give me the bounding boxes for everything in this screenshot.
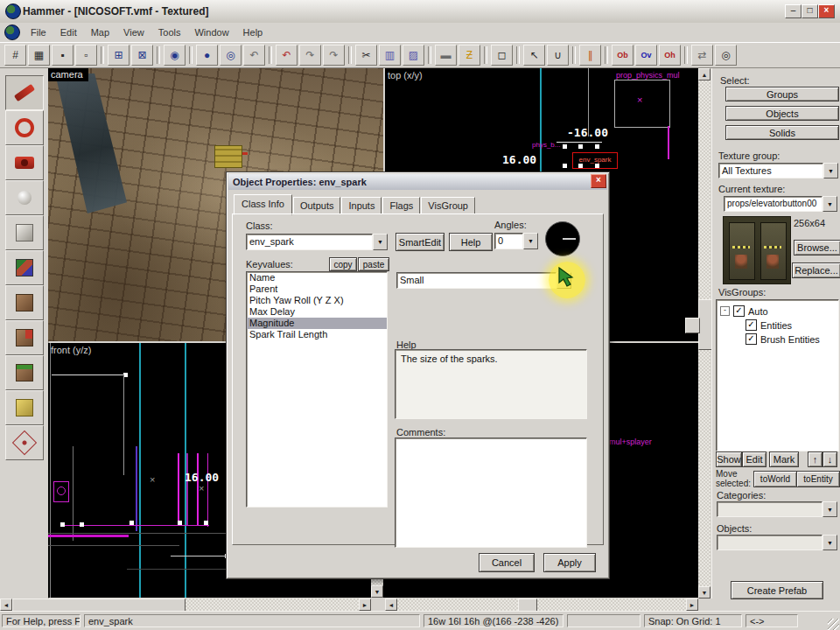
browse-button[interactable]: Browse... [794,240,840,256]
copy-keyvalues-button[interactable]: copy [329,257,357,271]
texture-preview[interactable] [723,216,791,284]
visgroup-row[interactable]: - ✓ Auto [720,305,768,317]
scroll-down-icon[interactable]: ▼ [371,585,383,598]
scroll-right-icon[interactable]: ► [359,598,371,611]
origin-tool-icon[interactable]: ◎ [715,45,737,66]
undo-icon[interactable]: ↶ [276,45,298,66]
vertex-handle[interactable] [60,522,65,527]
keyvalue-item[interactable]: Name [247,272,387,284]
checkbox-checked-icon[interactable]: ✓ [733,305,745,317]
vertex-handle[interactable] [80,522,84,527]
env-spark-model[interactable] [214,145,242,168]
magnify-tool-button[interactable] [5,110,44,145]
cancel-button[interactable]: Cancel [479,553,535,572]
texture-lock-icon[interactable]: ∪ [547,45,569,66]
clipping-tool-button[interactable] [5,355,44,390]
scroll-up-icon[interactable]: ▲ [698,68,710,80]
paste-icon[interactable]: ▨ [402,45,424,66]
visgroup-edit-button[interactable]: Edit [742,452,766,467]
angle-dial[interactable] [545,221,580,256]
angles-dropdown[interactable]: 0 ▼ [494,233,538,249]
maximize-button[interactable]: □ [802,4,818,18]
block-tool-button[interactable] [5,215,44,250]
run-map-rad-icon[interactable]: Oh [659,45,681,66]
front-horizontal-scrollbar[interactable]: ◄ ► [0,598,371,611]
selection-tool-button[interactable] [5,75,44,110]
select-groups-button[interactable]: Groups [725,87,839,102]
flip-selection-icon[interactable]: ↶ [243,45,265,66]
checkbox-checked-icon[interactable]: ✓ [746,319,757,331]
cut-icon[interactable]: ✂ [355,45,377,66]
to-world-button[interactable]: toWorld [753,471,797,487]
select-solids-button[interactable]: Solids [725,125,839,140]
menu-tools[interactable]: Tools [151,24,188,40]
keyvalue-item[interactable]: Pitch Yaw Roll (Y Z X) [247,295,387,306]
scrollbar-thumb[interactable] [698,299,712,350]
smartedit-button[interactable]: SmartEdit [396,233,444,251]
vertex-handle[interactable] [178,521,182,525]
group-icon[interactable]: ▬ [435,45,457,66]
objects-dropdown[interactable]: ▼ [717,535,837,550]
menu-help[interactable]: Help [236,24,270,40]
tab-flags[interactable]: Flags [382,197,420,214]
visgroups-list[interactable]: - ✓ Auto ✓ Entities ✓ Brush Entities [716,299,839,452]
help-button[interactable]: Help [449,233,493,251]
menu-file[interactable]: File [24,24,53,40]
current-texture-dropdown[interactable]: props/elevatorbutton00 ▼ [724,196,837,212]
visgroup-row[interactable]: ✓ Brush Entities [746,333,820,345]
redo-alt-icon[interactable]: ↷ [323,45,345,66]
save-window-state-icon[interactable]: ⊠ [131,45,153,66]
comments-textarea[interactable] [395,438,587,548]
ignore-groups-icon[interactable]: Ƶ [458,45,480,66]
chevron-down-icon[interactable]: ▼ [822,196,837,212]
scroll-right-icon[interactable]: ► [686,598,698,611]
selection-handle[interactable] [578,144,583,149]
keyvalue-item[interactable]: Max Delay [247,306,387,318]
class-dropdown[interactable]: env_spark ▼ [246,234,388,250]
copy-icon[interactable]: ▥ [379,45,401,66]
fade-preview-icon[interactable]: ∥ [579,45,601,66]
apply-texture-tool-button[interactable] [5,285,44,320]
select-mode-icon[interactable]: ● [196,45,218,66]
selection-bounds-icon[interactable]: ◻ [491,45,513,66]
run-map-icon[interactable]: Ob [612,45,634,66]
camera-tool-button[interactable] [5,145,44,180]
menu-window[interactable]: Window [187,24,235,40]
menu-map[interactable]: Map [84,24,116,40]
entity-tool-button[interactable] [5,180,44,215]
apply-decals-tool-button[interactable] [5,320,44,355]
scroll-chip[interactable] [685,318,700,333]
keyvalues-list[interactable]: Name Parent Pitch Yaw Roll (Y Z X) Max D… [246,271,388,508]
chevron-down-icon[interactable]: ▼ [823,163,838,178]
value-dropdown[interactable]: Small ▼ [396,272,571,289]
path-tool-button[interactable] [5,425,44,460]
move-down-button[interactable]: ↓ [822,452,837,467]
run-map-vis-icon[interactable]: Ov [635,45,657,66]
load-window-state-icon[interactable]: ⊞ [108,45,130,66]
vertex-handle[interactable] [204,521,208,525]
menu-edit[interactable]: Edit [53,24,84,40]
paste-keyvalues-button[interactable]: paste [358,257,389,271]
snap-to-grid-icon[interactable]: # [4,45,26,66]
apply-button[interactable]: Apply [543,553,596,572]
selection-handle[interactable] [563,144,567,149]
visgroup-show-button[interactable]: Show [716,452,742,467]
visgroup-mark-button[interactable]: Mark [769,452,799,467]
grid-toggle-icon[interactable]: ▦ [28,45,50,66]
grid-smaller-icon[interactable]: ▪ [52,45,74,66]
resize-grip[interactable] [828,619,839,630]
tab-class-info[interactable]: Class Info [234,194,292,215]
chevron-down-icon[interactable]: ▼ [822,535,837,550]
undo-history-icon[interactable]: ◉ [164,45,186,66]
side-horizontal-scrollbar[interactable]: ◄ ► [385,598,698,611]
selection-handle[interactable] [595,144,599,149]
pointer-icon[interactable]: ↖ [523,45,545,66]
redo-icon[interactable]: ↷ [299,45,321,66]
menu-view[interactable]: View [116,24,151,40]
chevron-down-icon[interactable]: ▼ [523,233,538,249]
selection-handle[interactable] [563,164,567,168]
grid-larger-icon[interactable]: ▫ [75,45,97,66]
close-button[interactable]: × [818,4,835,18]
create-prefab-button[interactable]: Create Prefab [731,581,823,599]
toggle-textures-tool-button[interactable] [5,250,44,285]
